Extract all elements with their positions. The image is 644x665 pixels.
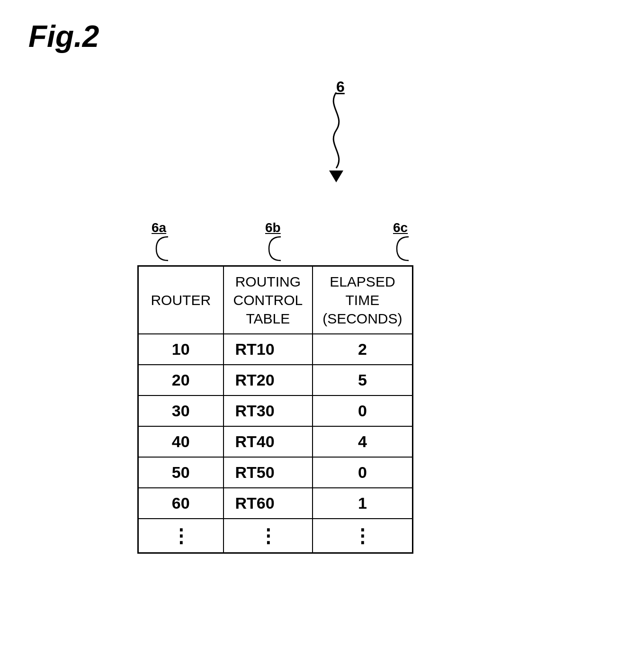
brace-6a-icon	[147, 234, 175, 263]
cell-rct-5: RT60	[224, 488, 313, 519]
cell-router-3: 40	[138, 426, 224, 457]
ref-number-6b: 6b	[265, 220, 281, 235]
cell-elapsed-2: 0	[313, 395, 412, 426]
table-row: 40RT404	[138, 426, 413, 457]
cell-elapsed-3: 4	[313, 426, 412, 457]
cell-dots-0: ⋮	[138, 519, 224, 553]
table-row: 20RT205	[138, 365, 413, 395]
cell-rct-4: RT50	[224, 457, 313, 488]
cell-elapsed-0: 2	[313, 334, 412, 365]
header-router: ROUTER	[138, 266, 224, 334]
table-row: 30RT300	[138, 395, 413, 426]
cell-router-4: 50	[138, 457, 224, 488]
cell-router-5: 60	[138, 488, 224, 519]
ref-number-6a: 6a	[152, 220, 166, 235]
cell-rct-0: RT10	[224, 334, 313, 365]
cell-rct-2: RT30	[224, 395, 313, 426]
cell-dots-2: ⋮	[313, 519, 412, 553]
brace-6b-icon	[259, 234, 288, 263]
cell-elapsed-4: 0	[313, 457, 412, 488]
table-row: 60RT601	[138, 488, 413, 519]
figure-label: Fig.2	[28, 19, 99, 54]
table-dots-row: ⋮⋮⋮	[138, 519, 413, 553]
main-arrow-icon	[313, 92, 360, 187]
svg-marker-0	[329, 171, 343, 182]
cell-rct-3: RT40	[224, 426, 313, 457]
cell-elapsed-5: 1	[313, 488, 412, 519]
cell-router-0: 10	[138, 334, 224, 365]
ref-number-6c: 6c	[393, 220, 408, 235]
cell-router-2: 30	[138, 395, 224, 426]
brace-6c-icon	[387, 234, 416, 263]
cell-router-1: 20	[138, 365, 224, 395]
cell-rct-1: RT20	[224, 365, 313, 395]
header-elapsed: ELAPSEDTIME(SECONDS)	[313, 266, 412, 334]
routing-table: ROUTER ROUTINGCONTROLTABLE ELAPSEDTIME(S…	[137, 265, 413, 554]
table-row: 10RT102	[138, 334, 413, 365]
cell-dots-1: ⋮	[224, 519, 313, 553]
table-header-row: ROUTER ROUTINGCONTROLTABLE ELAPSEDTIME(S…	[138, 266, 413, 334]
table-row: 50RT500	[138, 457, 413, 488]
header-rct: ROUTINGCONTROLTABLE	[224, 266, 313, 334]
cell-elapsed-1: 5	[313, 365, 412, 395]
